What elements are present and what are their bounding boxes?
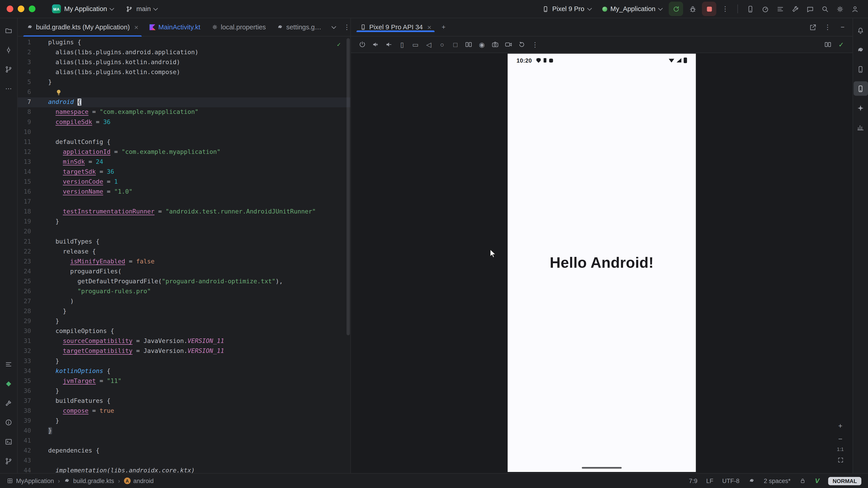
editor-scrollbar[interactable] xyxy=(346,38,350,335)
open-in-new-window-icon[interactable] xyxy=(806,21,819,34)
notifications-icon[interactable] xyxy=(853,23,868,38)
project-widget[interactable]: MA My Application xyxy=(48,3,118,15)
code-line[interactable]: 35 jvmTarget = "11" xyxy=(18,376,350,386)
code-line[interactable]: 38 compose = true xyxy=(18,406,350,416)
running-devices-icon[interactable] xyxy=(853,81,868,96)
panel-options-icon[interactable]: ⋮ xyxy=(821,21,834,34)
readonly-lock-icon[interactable] xyxy=(800,477,806,484)
line-number[interactable]: 33 xyxy=(18,356,31,366)
volume-up-icon[interactable] xyxy=(370,38,381,51)
reset-icon[interactable] xyxy=(516,38,527,51)
debug-button[interactable] xyxy=(685,2,700,16)
code-line[interactable]: 24 proguardFiles( xyxy=(18,267,350,276)
line-number[interactable]: 35 xyxy=(18,376,31,386)
fold-device-icon[interactable] xyxy=(463,38,474,51)
line-number[interactable]: 27 xyxy=(18,297,31,306)
gem-icon[interactable]: ◆ xyxy=(1,376,16,391)
run-button[interactable] xyxy=(669,2,683,16)
code-line[interactable]: 30 compileOptions { xyxy=(18,326,350,336)
code-line[interactable]: 33 } xyxy=(18,356,350,366)
device-screen[interactable]: 10:20 Hello Android! xyxy=(508,54,696,472)
code-line[interactable]: 11 defaultConfig { xyxy=(18,137,350,147)
profile-icon[interactable] xyxy=(848,2,862,15)
app-quality-insights-icon[interactable] xyxy=(853,120,868,134)
breadcrumb-item[interactable]: MyApplication xyxy=(6,477,54,484)
feedback-icon[interactable] xyxy=(803,2,816,15)
line-number[interactable]: 16 xyxy=(18,187,31,197)
device-selector[interactable]: Pixel 9 Pro xyxy=(537,3,595,14)
code-line[interactable]: 18 testInstrumentationRunner = "androidx… xyxy=(18,207,350,217)
code-line[interactable]: 42dependencies { xyxy=(18,446,350,456)
code-line[interactable]: 37 buildFeatures { xyxy=(18,396,350,406)
project-folder-icon[interactable] xyxy=(1,23,16,38)
quick-fix-bulb-icon[interactable] xyxy=(55,89,62,96)
ideavim-icon[interactable]: V xyxy=(815,477,819,485)
line-number[interactable]: 22 xyxy=(18,247,31,257)
code-line[interactable]: 4 alias(libs.plugins.kotlin.compose) xyxy=(18,68,350,77)
code-line[interactable]: 41 xyxy=(18,436,350,446)
code-line[interactable]: 28 } xyxy=(18,306,350,317)
zoom-out-button[interactable]: − xyxy=(835,433,846,445)
editor-tab[interactable]: settings.g… xyxy=(271,18,327,36)
line-number[interactable]: 11 xyxy=(18,137,31,147)
terminal-icon[interactable] xyxy=(1,434,16,449)
code-line[interactable]: 34 kotlinOptions { xyxy=(18,366,350,376)
device-manager-icon[interactable] xyxy=(853,62,868,76)
code-line[interactable]: 36 } xyxy=(18,386,350,396)
code-line[interactable]: 40} xyxy=(18,426,350,436)
code-line[interactable]: 3 alias(libs.plugins.kotlin.android) xyxy=(18,58,350,68)
line-number[interactable]: 23 xyxy=(18,257,31,267)
line-number[interactable]: 25 xyxy=(18,276,31,287)
code-line[interactable]: 29 } xyxy=(18,317,350,326)
running-device-tab[interactable]: Pixel 9 Pro API 34 × xyxy=(354,23,437,31)
code-line[interactable]: 13 minSdk = 24 xyxy=(18,157,350,167)
minimize-window-button[interactable] xyxy=(18,5,24,12)
line-number[interactable]: 15 xyxy=(18,177,31,187)
line-separator[interactable]: LF xyxy=(706,477,713,484)
code-line[interactable]: 20 xyxy=(18,227,350,237)
code-line[interactable]: 31 sourceCompatibility = JavaVersion.VER… xyxy=(18,336,350,346)
vim-mode-badge[interactable]: NORMAL xyxy=(828,477,862,485)
code-line[interactable]: 12 applicationId = "com.example.myapplic… xyxy=(18,147,350,157)
code-line[interactable]: 44 implementation(libs.androidx.core.ktx… xyxy=(18,466,350,473)
vcs-branch-widget[interactable]: main xyxy=(121,3,162,14)
snapshot-icon[interactable]: ◉ xyxy=(476,38,488,51)
code-line[interactable]: 15 versionCode = 1 xyxy=(18,177,350,187)
commit-icon[interactable] xyxy=(1,43,16,57)
line-number[interactable]: 4 xyxy=(18,68,31,77)
gemini-icon[interactable] xyxy=(853,101,868,115)
line-number[interactable]: 13 xyxy=(18,157,31,167)
code-line[interactable]: 6 xyxy=(18,88,350,97)
code-line[interactable]: 19 } xyxy=(18,217,350,227)
line-number[interactable]: 19 xyxy=(18,217,31,227)
code-line[interactable]: 43 xyxy=(18,456,350,466)
line-number[interactable]: 30 xyxy=(18,326,31,336)
close-window-button[interactable] xyxy=(6,5,13,12)
hide-panel-icon[interactable]: − xyxy=(836,21,849,34)
code-line[interactable]: 39 } xyxy=(18,416,350,426)
line-number[interactable]: 6 xyxy=(18,88,31,97)
line-number[interactable]: 8 xyxy=(18,107,31,117)
navigation-pill[interactable] xyxy=(582,467,622,469)
version-control-icon[interactable] xyxy=(1,454,16,468)
code-line[interactable]: 8 namespace = "com.example.myapplication… xyxy=(18,107,350,117)
line-number[interactable]: 28 xyxy=(18,306,31,317)
code-line[interactable]: 25 getDefaultProguardFile("proguard-andr… xyxy=(18,276,350,287)
breadcrumb-item[interactable]: Aandroid xyxy=(124,477,154,484)
line-number[interactable]: 14 xyxy=(18,167,31,177)
code-line[interactable]: 21 buildTypes { xyxy=(18,237,350,247)
line-number[interactable]: 29 xyxy=(18,317,31,326)
close-tab-icon[interactable]: × xyxy=(134,23,138,31)
code-line[interactable]: 16 versionName = "1.0" xyxy=(18,187,350,197)
line-number[interactable]: 36 xyxy=(18,386,31,396)
line-number[interactable]: 3 xyxy=(18,58,31,68)
line-number[interactable]: 21 xyxy=(18,237,31,247)
build-icon[interactable] xyxy=(1,396,16,410)
more-device-actions-icon[interactable]: ⋮ xyxy=(529,38,541,51)
line-number[interactable]: 10 xyxy=(18,127,31,137)
zoom-in-button[interactable]: + xyxy=(835,420,846,431)
sdk-manager-icon[interactable] xyxy=(788,2,802,15)
line-number[interactable]: 24 xyxy=(18,267,31,276)
logcat-icon[interactable] xyxy=(773,2,786,15)
editor-tab[interactable]: build.gradle.kts (My Application)× xyxy=(21,18,144,36)
